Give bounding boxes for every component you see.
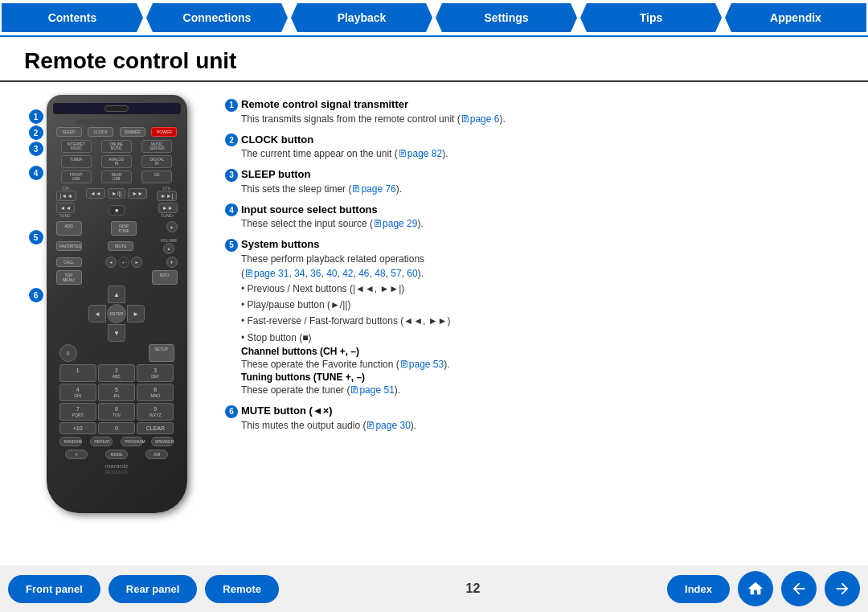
num4-button[interactable]: 4GHI [59,384,96,401]
bullet-play-pause: • Play/pause button (►/||) [241,297,844,313]
badge-6: 6 [29,288,43,302]
mode-button[interactable]: MODE [105,450,128,459]
internet-radio-button[interactable]: INTERNETRADIO [61,140,92,153]
ab-button[interactable]: A/B [145,450,168,459]
tab-connections[interactable]: Connections [146,3,288,32]
add-button[interactable]: ADD [56,221,82,236]
tab-settings[interactable]: Settings [436,3,577,32]
link-6[interactable]: 🖹page 30 [366,420,410,431]
front-panel-button[interactable]: Front panel [8,575,100,603]
speaker-button[interactable]: SPEAKER [151,437,174,446]
dpad-down[interactable]: ▼ [108,324,125,342]
home-button[interactable] [738,571,773,606]
source-row-3: FRONTUSB REARUSB CD [53,170,181,183]
dimmer-button[interactable]: DIMMER [120,127,145,137]
desc-text-2: The current time appear on the unit (🖹pa… [241,146,844,161]
play-pause-button[interactable]: ►/|| [108,188,126,199]
prev-button[interactable]: |◄◄ [56,191,77,201]
volume-up-button[interactable]: ▲ [163,243,174,254]
num8-button[interactable]: 8TUV [98,403,135,421]
num3-button[interactable]: 3DEF [137,364,174,382]
tab-contents[interactable]: Contents [2,3,143,32]
prev-track-button[interactable]: ◄◄ [86,188,105,199]
desc-text-1: This transmits signals from the remote c… [241,112,844,126]
num10-button[interactable]: +10 [59,422,96,434]
link-4[interactable]: 🖹page 29 [373,218,417,229]
numpad: 1 2ABC 3DEF 4GHI 5JKL 6MNO 7PQRS 8TUV 9W… [53,364,181,434]
up-arrow-button[interactable]: ▲ [166,221,178,232]
clear-button[interactable]: CLEAR [137,422,174,434]
dpad-up[interactable]: ▲ [108,285,125,303]
setup-button[interactable]: SETUP [149,344,174,362]
music-server-button[interactable]: MUSICSERVER [141,140,172,153]
desc-num-3: 3 [225,169,238,182]
stop-button[interactable]: ■ [108,205,125,216]
favorites-button[interactable]: FAVORITES [56,241,82,251]
repeat-button[interactable]: REPEAT [90,437,113,446]
rear-usb-button[interactable]: REARUSB [101,170,132,183]
rear-panel-button[interactable]: Rear panel [108,575,197,603]
link-1[interactable]: 🖹page 6 [461,113,500,125]
tuner-button[interactable]: TUNER [61,155,92,168]
page-title: Remote control unit [24,48,844,74]
dpad: ▲ ▼ ◄ ► ENTER [88,285,145,342]
badge-4: 4 [29,166,43,180]
back-button[interactable] [781,571,817,606]
num7-button[interactable]: 7PQRS [59,403,96,421]
mode-x-button[interactable]: ✕ [65,450,88,459]
desc-title-5: 5 System buttons [225,238,844,252]
disp-tone-button[interactable]: DISP TONE [111,221,137,236]
volume-down-button[interactable]: ▼ [166,257,178,268]
call-button[interactable]: CALL [56,257,82,267]
badge-2: 2 [29,125,43,140]
dpad-left[interactable]: ◄ [88,305,106,322]
num6-button[interactable]: 6MNO [137,384,174,401]
link-3[interactable]: 🖹page 76 [351,183,395,195]
front-usb-button[interactable]: FRONTUSB [61,170,92,183]
search-button[interactable]: Q [59,344,77,362]
tab-tips[interactable]: Tips [580,3,722,32]
badge-3: 3 [29,142,43,156]
index-button[interactable]: Index [667,575,730,603]
tune-minus-button[interactable]: ◄◄ [56,203,76,213]
description-area: 1 Remote control signal transmitter This… [225,95,844,549]
remote-button[interactable]: Remote [205,575,279,603]
top-menu-button[interactable]: TOP MENU [56,270,82,285]
num2-button[interactable]: 2ABC [98,364,135,382]
random-button[interactable]: RANDOM [59,437,82,446]
desc-item-5: 5 System buttons These perform playback … [225,238,844,397]
home-icon [747,580,764,598]
enter-button[interactable]: ENTER [107,304,126,323]
next-button[interactable]: ►►| [157,191,178,201]
dpad-right[interactable]: ► [127,305,145,322]
num9-button[interactable]: 9WXYZ [137,403,174,421]
desc-num-6: 6 [225,405,238,418]
sleep-button[interactable]: SLEEP [56,127,82,137]
num5-button[interactable]: 5JKL [98,384,135,401]
desc-num-2: 2 [225,133,238,146]
desc-title-1: 1 Remote control signal transmitter [225,98,844,112]
tab-appendix[interactable]: Appendix [725,3,866,32]
num1-button[interactable]: 1 [59,364,96,382]
next-track-button[interactable]: ►► [128,188,147,199]
clock-button[interactable]: CLOCK [88,127,113,137]
analog-in-button[interactable]: ANALOGIN [101,155,132,168]
right-arrow-button[interactable]: ► [131,257,142,268]
digital-in-button[interactable]: DIGITALIN [141,155,172,168]
remote-body: SLEEP CLOCK DIMMER POWER INTERNETRADIO O… [47,95,187,513]
mute-button[interactable]: MUTE [108,241,133,251]
back-arrow-icon [790,580,808,598]
tab-playback[interactable]: Playback [291,3,432,32]
left-arrow-button[interactable]: ◄ [105,257,117,268]
desc-title-4: 4 Input source select buttons [225,203,844,217]
num0-button[interactable]: 0 [98,422,135,434]
online-music-button[interactable]: ONLINEMUSIC [101,140,132,153]
forward-arrow-icon [833,580,851,598]
program-button[interactable]: PROGRAM [121,437,143,446]
power-button[interactable]: POWER [151,127,177,137]
link-2[interactable]: 🖹page 82 [398,148,442,159]
cd-button[interactable]: CD [141,170,172,183]
info-button[interactable]: INFO [152,270,178,285]
forward-button[interactable] [825,571,860,606]
tune-plus-button[interactable]: ►► [158,203,178,213]
